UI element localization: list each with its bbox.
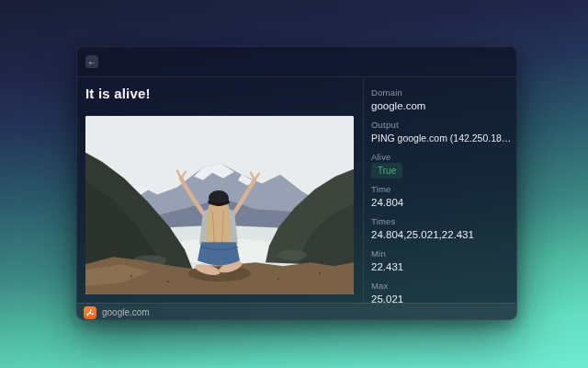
windmill-icon (85, 308, 95, 317)
field-domain: Domain google.com (371, 86, 512, 114)
alive-status-badge: True (371, 163, 402, 178)
footer-domain-label: google.com (102, 304, 150, 320)
field-value: 24.804 (371, 195, 512, 211)
field-times: Times 24.804,25.021,22.431 (371, 215, 512, 243)
app-window: ← It is alive! (76, 46, 517, 320)
field-time: Time 24.804 (371, 183, 512, 211)
window-header: ← (77, 47, 516, 77)
field-label: Times (371, 215, 512, 227)
field-label: Alive (371, 151, 512, 163)
field-value: 24.804,25.021,22.431 (371, 227, 512, 243)
field-label: Domain (371, 86, 512, 98)
page-title: It is alive! (85, 86, 151, 101)
arrow-left-icon: ← (87, 56, 96, 66)
field-label: Time (371, 183, 512, 195)
field-alive: Alive True (371, 151, 512, 178)
details-sidebar[interactable]: Domain google.com Output PING google.com… (364, 78, 517, 303)
field-label: Min (371, 247, 512, 259)
app-logo-icon (84, 306, 96, 319)
field-value: google.com (371, 98, 512, 114)
field-value: PING google.com (142.250.185.14):... (371, 131, 512, 146)
window-footer: google.com (77, 303, 516, 320)
field-output: Output PING google.com (142.250.185.14):… (371, 119, 512, 146)
result-photo (85, 116, 354, 294)
field-min: Min 22.431 (371, 247, 512, 275)
field-max: Max 25.021 (371, 280, 512, 303)
cliff-photo-illustration (85, 116, 354, 294)
field-value: 25.021 (371, 292, 512, 303)
field-value: 22.431 (371, 259, 512, 275)
field-label: Output (371, 119, 512, 131)
back-button[interactable]: ← (85, 55, 98, 68)
field-label: Max (371, 280, 512, 292)
